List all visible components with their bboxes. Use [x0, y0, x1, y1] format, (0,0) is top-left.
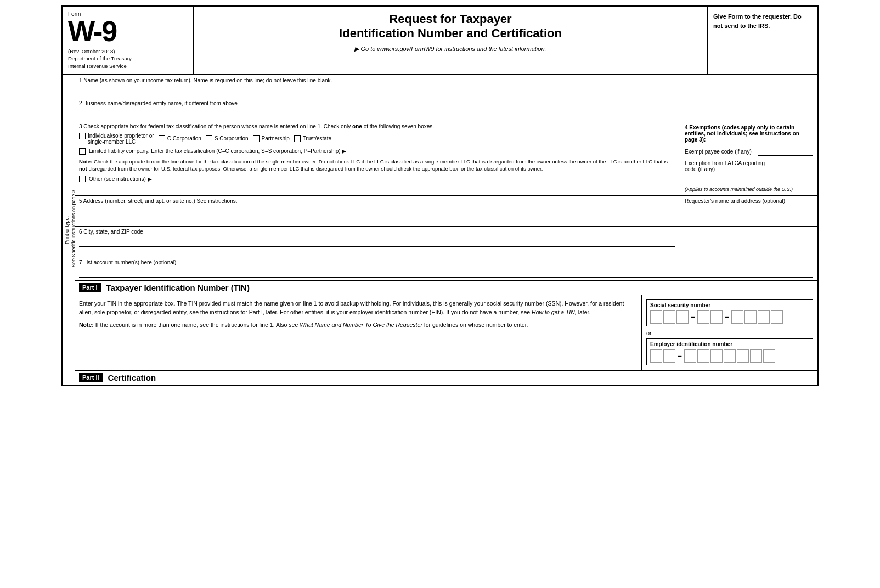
form-body: Print or type. See Specific Instructions…: [63, 75, 817, 385]
checkbox-llc-box[interactable]: [79, 148, 86, 155]
field6-input[interactable]: [79, 237, 675, 247]
ein-digit-6[interactable]: [724, 349, 736, 363]
ssn-digit-9[interactable]: [771, 310, 783, 324]
field7-row: 7 List account number(s) here (optional): [75, 257, 817, 281]
field1-input[interactable]: [79, 86, 813, 95]
ein-group1: [650, 349, 675, 363]
form-fields: 1 Name (as shown on your income tax retu…: [75, 75, 817, 385]
ssn-digit-2[interactable]: [663, 310, 675, 324]
ein-fields: –: [650, 349, 809, 363]
sidebar: Print or type. See Specific Instructions…: [63, 75, 75, 385]
checkbox-individual-box[interactable]: [79, 133, 86, 139]
ssn-group1: [650, 310, 689, 324]
ssn-digit-7[interactable]: [744, 310, 757, 324]
part2-title: Certification: [108, 373, 156, 382]
ein-dash: –: [678, 352, 682, 360]
ssn-group2: [697, 310, 723, 324]
address-container: 5 Address (number, street, and apt. or s…: [75, 196, 817, 227]
checkbox-s-corp-box[interactable]: [206, 135, 212, 142]
ssn-box: Social security number –: [646, 299, 813, 326]
part2-header: Part II Certification: [75, 371, 817, 385]
or-text: or: [646, 330, 813, 336]
checkboxes-row: Individual/sole proprietor or single-mem…: [79, 133, 675, 145]
ssn-digit-8[interactable]: [758, 310, 770, 324]
field5-label: 5 Address (number, street, and apt. or s…: [79, 198, 675, 204]
field6-area: 6 City, state, and ZIP code: [75, 227, 680, 257]
checkbox-other-box[interactable]: [79, 176, 86, 182]
part1-title: Taxpayer Identification Number (TIN): [106, 283, 250, 292]
checkbox-trust-box[interactable]: [294, 135, 301, 142]
field6-label: 6 City, state, and ZIP code: [79, 229, 675, 235]
part1-body: Enter your TIN in the appropriate box. T…: [79, 299, 637, 317]
ssn-digit-1[interactable]: [650, 310, 662, 324]
header-right: Give Form to the requester. Do not send …: [708, 7, 817, 74]
form-number: W-9: [68, 15, 116, 47]
note-text: Note: Check the appropriate box in the l…: [79, 158, 675, 173]
checkbox-individual: Individual/sole proprietor or single-mem…: [79, 133, 154, 145]
form-header: Form W-9 (Rev. October 2018) Department …: [63, 7, 817, 75]
sidebar-line2: See Specific Instructions on page 3: [71, 77, 77, 379]
field2-input[interactable]: [79, 109, 813, 118]
part1-note: Note: If the account is in more than one…: [79, 321, 637, 330]
ein-digit-2[interactable]: [663, 349, 675, 363]
w9-form: Form W-9 (Rev. October 2018) Department …: [61, 5, 819, 386]
part1-left: Enter your TIN in the appropriate box. T…: [75, 295, 642, 370]
ein-label: Employer identification number: [650, 341, 809, 347]
exempt-payee-input[interactable]: [758, 148, 813, 156]
ssn-dash1: –: [691, 313, 695, 321]
ssn-fields: – –: [650, 310, 809, 324]
fatca-applies: (Applies to accounts maintained outside …: [685, 186, 813, 192]
row3-container: 3 Check appropriate box for federal tax …: [75, 121, 817, 196]
requester-area: Requester's name and address (optional): [680, 196, 817, 226]
field5-area: 5 Address (number, street, and apt. or s…: [75, 196, 680, 226]
other-row: Other (see instructions) ▶: [79, 176, 675, 182]
requester-addr-area: [680, 227, 817, 257]
rev-date: (Rev. October 2018): [68, 48, 188, 55]
part1-badge: Part I: [79, 283, 101, 292]
checkbox-c-corp-box[interactable]: [159, 135, 165, 142]
ein-digit-5[interactable]: [710, 349, 723, 363]
requester-label: Requester's name and address (optional): [685, 198, 813, 204]
field1-label: 1 Name (as shown on your income tax retu…: [79, 77, 813, 83]
field5-input[interactable]: [79, 206, 675, 216]
ein-digit-8[interactable]: [750, 349, 762, 363]
exemptions-panel: 4 Exemptions (codes apply only to certai…: [680, 121, 817, 195]
checkbox-partnership: Partnership: [253, 135, 290, 142]
part2-badge: Part II: [79, 373, 103, 382]
ein-box: Employer identification number –: [646, 338, 813, 365]
field2-row: 2 Business name/disregarded entity name,…: [75, 98, 817, 121]
part1-header: Part I Taxpayer Identification Number (T…: [75, 281, 817, 295]
fatca-input[interactable]: [685, 174, 756, 182]
checkbox-partnership-box[interactable]: [253, 135, 260, 142]
header-left: Form W-9 (Rev. October 2018) Department …: [63, 7, 194, 74]
checkbox-s-corp: S Corporation: [206, 135, 249, 142]
ssn-digit-5[interactable]: [710, 310, 723, 324]
ssn-label: Social security number: [650, 302, 809, 308]
checkbox-c-corp: C Corporation: [159, 135, 201, 142]
ein-digit-9[interactable]: [763, 349, 775, 363]
form-title: Request for Taxpayer Identification Numb…: [205, 12, 696, 41]
exempt-payee-row: Exempt payee code (if any): [685, 148, 813, 156]
ssn-digit-4[interactable]: [697, 310, 709, 324]
ein-digit-4[interactable]: [697, 349, 709, 363]
ein-digit-1[interactable]: [650, 349, 662, 363]
fatca-label: Exemption from FATCA reporting code (if …: [685, 160, 813, 182]
goto-text: ▶ Go to www.irs.gov/FormW9 for instructi…: [205, 46, 696, 53]
part1-content: Enter your TIN in the appropriate box. T…: [75, 295, 817, 371]
dept: Department of the Treasury: [68, 55, 188, 62]
city-container: 6 City, state, and ZIP code: [75, 227, 817, 257]
ssn-digit-3[interactable]: [676, 310, 689, 324]
irs: Internal Revenue Service: [68, 63, 188, 70]
ssn-digit-6[interactable]: [731, 310, 743, 324]
exemptions-title: 4 Exemptions (codes apply only to certai…: [685, 125, 813, 143]
field7-input[interactable]: [79, 268, 813, 278]
llc-input[interactable]: [349, 151, 393, 151]
ein-digit-3[interactable]: [684, 349, 696, 363]
field2-label: 2 Business name/disregarded entity name,…: [79, 100, 813, 106]
ein-digit-7[interactable]: [737, 349, 749, 363]
ein-group2: [684, 349, 775, 363]
header-info: (Rev. October 2018) Department of the Tr…: [68, 48, 188, 70]
field1-row: 1 Name (as shown on your income tax retu…: [75, 75, 817, 98]
ssn-dash2: –: [725, 313, 729, 321]
part1-right: Social security number –: [642, 295, 817, 370]
